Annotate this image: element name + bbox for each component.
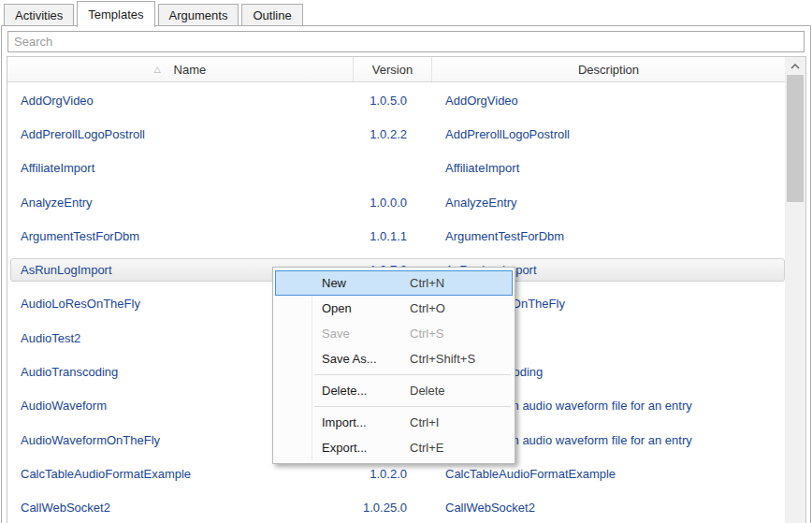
- tab-strip: Activities Templates Arguments Outline: [4, 0, 306, 26]
- vertical-scrollbar[interactable]: [785, 57, 805, 523]
- description-cell: AddOrgVideo: [432, 94, 785, 108]
- name-cell: ArgumentTestForDbm: [7, 229, 354, 243]
- version-cell: 1.0.5.0: [354, 94, 432, 108]
- tab-label: Activities: [15, 8, 63, 22]
- description-cell: AddPrerollLogoPostroll: [432, 127, 785, 141]
- name-cell: AddPrerollLogoPostroll: [7, 127, 354, 141]
- templates-window: Activities Templates Arguments Outline △…: [0, 0, 812, 523]
- tab-label: Arguments: [169, 8, 228, 22]
- version-cell: 1.0.2.2: [354, 127, 432, 141]
- tab-arguments[interactable]: Arguments: [158, 4, 239, 25]
- version-cell: 1.0.2.0: [354, 467, 432, 481]
- menu-item-shortcut: Ctrl+Shift+S: [410, 346, 475, 371]
- menu-item-open[interactable]: Open Ctrl+O: [273, 296, 515, 321]
- name-cell: CallWebSocket2: [7, 501, 354, 515]
- search-input[interactable]: [7, 31, 805, 52]
- menu-item-shortcut: Ctrl+S: [410, 321, 443, 346]
- scroll-up-button[interactable]: [785, 57, 805, 76]
- tab-outline[interactable]: Outline: [241, 4, 302, 25]
- column-header-version[interactable]: Version: [354, 57, 432, 81]
- menu-item-new[interactable]: New Ctrl+N: [273, 270, 515, 296]
- menu-item-shortcut: Ctrl+N: [410, 270, 444, 296]
- menu-item-label: Export...: [322, 435, 367, 460]
- menu-separator: [273, 403, 515, 410]
- table-row[interactable]: ArgumentTestForDbm 1.0.1.1 ArgumentTestF…: [7, 219, 785, 253]
- name-cell: CalcTableAudioFormatExample: [7, 467, 354, 481]
- description-cell: AnalyzeEntry: [432, 196, 785, 210]
- table-row[interactable]: AddOrgVideo 1.0.5.0 AddOrgVideo: [7, 83, 785, 117]
- description-cell: CallWebSocket2: [432, 501, 785, 515]
- menu-item-label: Save As...: [322, 346, 377, 371]
- description-cell: CalcTableAudioFormatExample: [432, 467, 785, 481]
- context-menu: New Ctrl+N Open Ctrl+O Save Ctrl+S Save …: [272, 267, 515, 464]
- tab-label: Outline: [253, 8, 291, 22]
- table-row[interactable]: AffiliateImport AffiliateImport: [7, 152, 785, 185]
- column-header-name-label: Name: [174, 63, 207, 77]
- menu-item-save-as[interactable]: Save As... Ctrl+Shift+S: [273, 346, 515, 371]
- menu-item-label: Save: [322, 321, 350, 346]
- name-cell: AnalyzeEntry: [7, 196, 354, 210]
- table-row[interactable]: CallWebSocket2 1.0.25.0 CallWebSocket2: [7, 491, 785, 523]
- menu-item-import[interactable]: Import... Ctrl+I: [273, 410, 515, 435]
- column-header-version-label: Version: [372, 63, 413, 77]
- tab-activities[interactable]: Activities: [4, 4, 74, 25]
- column-header-description-label: Description: [578, 63, 639, 77]
- column-header-description[interactable]: Description: [432, 57, 785, 81]
- menu-item-label: Open: [322, 296, 352, 321]
- menu-item-export[interactable]: Export... Ctrl+E: [273, 435, 515, 460]
- list-header: △ Name Version Description: [7, 57, 785, 82]
- menu-item-delete[interactable]: Delete... Delete: [273, 378, 515, 403]
- chevron-up-icon: [790, 64, 800, 69]
- name-cell: AddOrgVideo: [7, 94, 354, 108]
- scrollbar-thumb[interactable]: [787, 75, 804, 202]
- menu-item-shortcut: Ctrl+E: [410, 435, 443, 460]
- menu-item-label: Import...: [322, 410, 367, 435]
- description-cell: AffiliateImport: [432, 161, 785, 175]
- table-row[interactable]: AnalyzeEntry 1.0.0.0 AnalyzeEntry: [7, 185, 785, 219]
- menu-item-save: Save Ctrl+S: [273, 321, 515, 346]
- version-cell: 1.0.1.1: [354, 229, 432, 243]
- table-row[interactable]: AddPrerollLogoPostroll 1.0.2.2 AddPrerol…: [7, 117, 785, 151]
- description-cell: ArgumentTestForDbm: [432, 229, 785, 243]
- menu-item-shortcut: Ctrl+O: [410, 296, 445, 321]
- column-header-name[interactable]: △ Name: [7, 57, 354, 81]
- sort-ascending-icon: △: [154, 65, 161, 74]
- version-cell: 1.0.0.0: [354, 196, 432, 210]
- menu-item-shortcut: Delete: [410, 378, 445, 403]
- menu-item-label: Delete...: [322, 378, 367, 403]
- version-cell: 1.0.25.0: [354, 501, 432, 515]
- tab-label: Templates: [88, 7, 143, 22]
- menu-item-shortcut: Ctrl+I: [410, 410, 439, 435]
- menu-separator: [273, 371, 515, 378]
- menu-item-label: New: [322, 270, 346, 296]
- tab-templates[interactable]: Templates: [77, 1, 154, 27]
- name-cell: AffiliateImport: [7, 161, 354, 175]
